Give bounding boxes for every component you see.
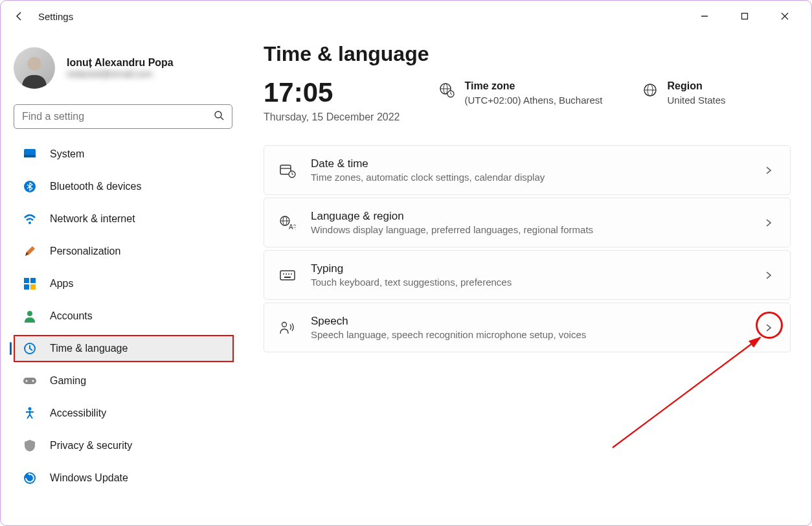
chevron-right-icon	[761, 321, 776, 335]
sidebar-item-label: Network & internet	[50, 213, 135, 225]
calendar-clock-icon	[278, 161, 297, 179]
svg-text:A字: A字	[289, 223, 296, 231]
sidebar-item-label: System	[50, 148, 84, 160]
card-sub: Windows display language, preferred lang…	[311, 224, 747, 235]
sidebar-item-label: Accessibility	[50, 407, 106, 419]
svg-point-20	[28, 407, 32, 411]
card-title: Date & time	[311, 157, 747, 170]
svg-rect-41	[284, 277, 291, 278]
sidebar-item-accounts[interactable]: Accounts	[14, 303, 234, 330]
sidebar-item-personalization[interactable]: Personalization	[14, 238, 234, 265]
system-icon	[23, 147, 37, 161]
sidebar: Ionuț Alexandru Popa redacted@email.com …	[14, 32, 240, 496]
globe-icon	[642, 82, 659, 98]
card-title: Language & region	[311, 210, 747, 223]
bluetooth-icon	[23, 179, 37, 194]
chevron-right-icon	[761, 268, 776, 282]
card-date-time[interactable]: Date & time Time zones, automatic clock …	[264, 145, 791, 195]
profile-name: Ionuț Alexandru Popa	[67, 57, 174, 69]
sidebar-item-label: Accounts	[50, 310, 93, 322]
update-icon	[23, 471, 37, 485]
sidebar-item-system[interactable]: System	[14, 141, 234, 168]
card-sub: Touch keyboard, text suggestions, prefer…	[311, 277, 747, 288]
svg-rect-14	[30, 284, 36, 290]
sidebar-item-network[interactable]: Network & internet	[14, 205, 234, 233]
sidebar-item-label: Personalization	[50, 246, 120, 257]
search-box[interactable]	[14, 104, 232, 129]
sidebar-item-label: Privacy & security	[50, 440, 132, 452]
svg-rect-13	[24, 284, 29, 290]
svg-rect-1	[742, 14, 748, 19]
nav: System Bluetooth & devices Network & int…	[14, 141, 234, 496]
card-title: Speech	[311, 315, 747, 328]
network-icon	[23, 212, 37, 226]
svg-point-37	[283, 273, 284, 275]
time-block: 17:05 Thursday, 15 December 2022	[264, 79, 400, 123]
chevron-right-icon	[761, 216, 776, 230]
card-sub: Speech language, speech recognition micr…	[311, 329, 747, 340]
sidebar-item-gaming[interactable]: Gaming	[14, 367, 234, 394]
page-title: Time & language	[264, 42, 791, 66]
sidebar-item-label: Apps	[50, 278, 73, 290]
svg-point-19	[32, 380, 34, 382]
profile-email: redacted@email.com	[67, 69, 174, 79]
svg-point-42	[282, 322, 287, 326]
sidebar-item-bluetooth[interactable]: Bluetooth & devices	[14, 173, 234, 200]
sidebar-item-label: Bluetooth & devices	[50, 181, 141, 192]
svg-rect-12	[30, 278, 36, 283]
svg-point-5	[215, 111, 221, 118]
current-date: Thursday, 15 December 2022	[264, 111, 400, 123]
card-speech[interactable]: Speech Speech language, speech recogniti…	[264, 303, 791, 352]
sidebar-item-accessibility[interactable]: Accessibility	[14, 400, 234, 427]
svg-rect-11	[24, 278, 29, 283]
main-content: Time & language 17:05 Thursday, 15 Decem…	[240, 32, 811, 496]
timezone-block: Time zone (UTC+02:00) Athens, Bucharest	[438, 79, 602, 106]
app-title: Settings	[38, 11, 73, 22]
speech-icon	[278, 319, 297, 337]
chevron-right-icon	[761, 163, 776, 177]
svg-point-38	[286, 273, 287, 275]
search-input[interactable]	[22, 111, 214, 122]
svg-rect-36	[280, 271, 295, 280]
sidebar-item-update[interactable]: Windows Update	[14, 464, 234, 492]
region-block: Region United States	[642, 79, 726, 106]
svg-point-40	[291, 273, 292, 275]
sidebar-item-apps[interactable]: Apps	[14, 270, 234, 297]
svg-line-6	[221, 117, 223, 120]
timezone-label: Time zone	[464, 80, 602, 92]
maximize-button[interactable]	[734, 5, 756, 27]
current-time: 17:05	[264, 79, 400, 106]
back-button[interactable]	[12, 9, 27, 23]
svg-point-15	[27, 311, 32, 316]
svg-point-4	[27, 57, 41, 71]
sidebar-item-privacy[interactable]: Privacy & security	[14, 432, 234, 459]
card-title: Typing	[311, 262, 747, 275]
sidebar-item-label: Gaming	[50, 375, 86, 387]
personalization-icon	[23, 244, 37, 258]
search-icon	[214, 110, 224, 123]
sidebar-item-label: Windows Update	[50, 472, 128, 484]
profile-block[interactable]: Ionuț Alexandru Popa redacted@email.com	[14, 47, 234, 104]
gaming-icon	[23, 374, 37, 388]
timezone-value: (UTC+02:00) Athens, Bucharest	[464, 95, 602, 106]
sidebar-item-label: Time & language	[50, 343, 128, 354]
svg-point-10	[28, 222, 31, 224]
keyboard-icon	[278, 266, 297, 284]
svg-point-18	[26, 380, 28, 382]
time-language-icon	[23, 341, 37, 356]
sidebar-item-time-language[interactable]: Time & language	[14, 335, 234, 362]
region-value: United States	[668, 95, 726, 106]
accounts-icon	[23, 309, 37, 323]
globe-clock-icon	[438, 82, 455, 98]
region-label: Region	[668, 80, 726, 92]
card-language-region[interactable]: A字 Language & region Windows display lan…	[264, 198, 791, 247]
svg-point-39	[288, 273, 289, 275]
avatar	[14, 47, 55, 89]
card-typing[interactable]: Typing Touch keyboard, text suggestions,…	[264, 250, 791, 300]
minimize-button[interactable]	[694, 5, 716, 27]
privacy-icon	[23, 439, 37, 453]
close-button[interactable]	[774, 5, 796, 27]
svg-rect-17	[23, 378, 36, 384]
accessibility-icon	[23, 406, 37, 420]
svg-rect-8	[24, 155, 36, 157]
